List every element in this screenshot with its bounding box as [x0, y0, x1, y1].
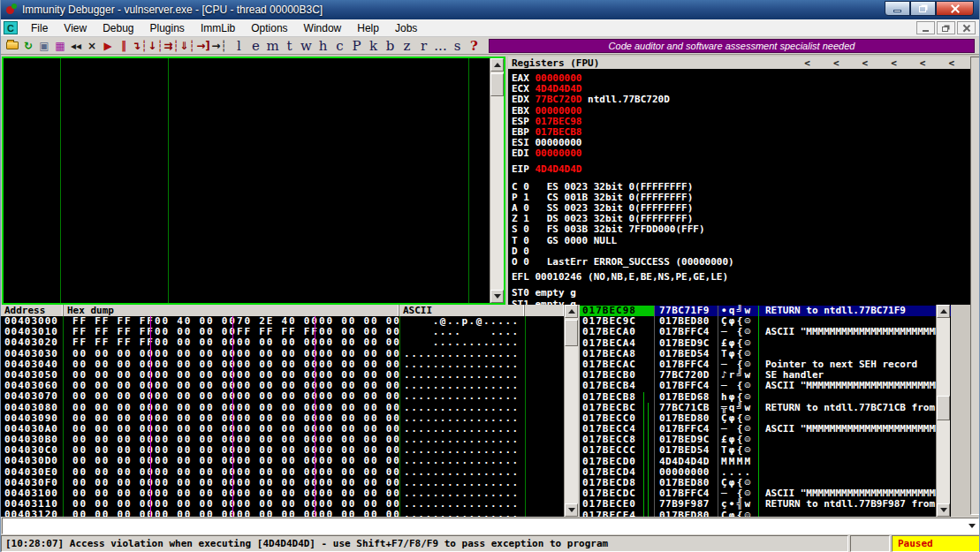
menu-item-view[interactable]: View — [56, 20, 95, 36]
toolbar-button-m[interactable]: m — [264, 38, 281, 53]
step-into-icon[interactable]: ↴┆ — [132, 38, 148, 53]
toolbar-button-s[interactable]: s — [449, 38, 466, 53]
menu-item-help[interactable]: Help — [349, 20, 387, 36]
toolbar-button-dots[interactable]: ... — [432, 38, 449, 53]
menu-item-immlib[interactable]: ImmLib — [193, 20, 243, 36]
trace-over-icon[interactable]: ⇓┆ — [179, 38, 195, 53]
menu-item-plugins[interactable]: Plugins — [142, 20, 193, 36]
stack-row[interactable]: 017BECCC017BED54Tφ{☺ — [580, 445, 951, 456]
minimize-button[interactable] — [885, 1, 910, 16]
toolbar-button-e[interactable]: e — [247, 38, 264, 53]
title-bar[interactable]: Immunity Debugger - vulnserver.exe - [CP… — [1, 0, 979, 19]
scroll-down-icon[interactable] — [937, 503, 950, 517]
stack-rows[interactable]: 017BEC9877BC71F9∙q╝wRETURN to ntdll.77BC… — [580, 305, 951, 517]
column-collapse-icon[interactable]: < — [948, 57, 954, 69]
menu-item-file[interactable]: File — [23, 20, 56, 36]
hexdump-row[interactable]: 0040308000 00 00 0000 00 00 0000 00 00 0… — [1, 403, 578, 413]
menu-item-options[interactable]: Options — [243, 20, 295, 36]
mdi-right-scrollbar[interactable] — [970, 57, 980, 515]
scroll-thumb[interactable] — [565, 320, 578, 346]
stack-row[interactable]: 017BECB4017BFFC4─ {☺ASCII "MMMMMMMMMMMMM… — [580, 381, 951, 391]
hex-bytes-group: 00 00 00 00 — [232, 337, 315, 348]
scroll-thumb[interactable] — [937, 396, 950, 420]
hexdump-row[interactable]: 0040303000 00 00 0000 00 00 0000 00 00 0… — [1, 349, 578, 359]
stack-row[interactable]: 017BECA0017BFFC4─ {☺ASCII "MMMMMMMMMMMMM… — [580, 327, 951, 337]
menu-item-jobs[interactable]: Jobs — [387, 20, 425, 36]
column-separator[interactable] — [168, 58, 169, 303]
open-folder-icon[interactable] — [4, 38, 20, 53]
hexdump-row[interactable]: 0040307000 00 00 0000 00 00 0000 00 00 0… — [1, 391, 578, 402]
rewind-icon[interactable]: ◂◂ — [68, 38, 84, 53]
registers-list[interactable]: EAX 00000000ECX 4D4D4D4DEDX 77BC720D ntd… — [508, 69, 970, 305]
toolbar-button-l[interactable]: l — [231, 38, 247, 53]
toolbar-letter-buttons: lemtwhcPkbzr...s — [231, 38, 466, 53]
toolbar-button-r[interactable]: r — [415, 38, 432, 53]
hexdump-row[interactable]: 0040312000 00 00 0000 00 00 0000 00 00 0… — [1, 510, 578, 517]
register-flag-line[interactable]: ST0 empty g — [512, 288, 970, 299]
stack-row[interactable]: 017BECA4017BED9C£φ{☺ — [580, 338, 951, 349]
trace-into-icon[interactable]: ⇉┆ — [163, 38, 179, 53]
menu-item-window[interactable]: Window — [296, 20, 350, 36]
goto-icon[interactable]: →┆ — [211, 38, 227, 53]
windows-list-icon[interactable]: ▣ — [36, 38, 52, 53]
stack-row[interactable]: 017BECE4017BED80Çφ{☺ — [580, 510, 951, 517]
menu-item-debug[interactable]: Debug — [95, 20, 141, 36]
toolbar-button-P[interactable]: P — [348, 38, 365, 53]
disassembly-pane[interactable] — [2, 57, 505, 305]
register-flag-line[interactable]: O 0 LastErr ERROR_SUCCESS (00000000) — [512, 257, 970, 268]
plugins-icon[interactable]: ▦ — [52, 38, 68, 53]
register-flag-line[interactable]: EFL 00010246 (NO,NB,E,BE,NS,PE,GE,LE) — [512, 272, 970, 283]
hexdump-row[interactable]: 00403020FF FF FF FF00 00 00 0000 00 00 0… — [1, 337, 578, 348]
close-program-icon[interactable]: × — [84, 38, 100, 53]
execute-till-return-icon[interactable]: →] — [195, 38, 211, 53]
hex-address: 004030D0 — [1, 456, 68, 466]
register-edi[interactable]: EDI 00000000 — [512, 148, 970, 159]
hexdump-row[interactable]: 004030E000 00 00 0000 00 00 0000 00 00 0… — [1, 467, 578, 478]
pause-icon[interactable]: ‖ — [116, 38, 132, 53]
column-separator[interactable] — [60, 58, 61, 303]
column-collapse-icon[interactable]: < — [891, 57, 897, 69]
register-eip[interactable]: EIP 4D4D4D4D — [512, 164, 970, 175]
stack-scrollbar[interactable] — [936, 305, 950, 517]
close-button[interactable] — [936, 1, 974, 16]
scroll-down-icon[interactable] — [490, 290, 504, 303]
registers-header[interactable]: Registers (FPU) <<<<<< — [508, 57, 970, 69]
hexdump-row[interactable]: 004030D000 00 00 0000 00 00 0000 00 00 0… — [1, 456, 578, 466]
step-over-icon[interactable]: ↓┆ — [148, 38, 163, 53]
command-dropdown-button[interactable] — [966, 518, 978, 533]
scroll-down-icon[interactable] — [565, 503, 578, 517]
register-flag-line[interactable]: S 0 FS 003B 32bit 7FFDD000(FFF) — [512, 224, 970, 235]
hexdump-scrollbar[interactable] — [564, 305, 578, 517]
stack-row[interactable]: 017BECE077B9F987ç∙╣wRETURN to ntdll.77B9… — [580, 499, 951, 510]
restart-icon[interactable]: ↻ — [20, 38, 36, 53]
column-collapse-icon[interactable]: < — [920, 57, 926, 69]
scroll-up-icon[interactable] — [937, 305, 950, 318]
toolbar-button-z[interactable]: z — [399, 38, 415, 53]
toolbar-button-k[interactable]: k — [365, 38, 382, 53]
mdi-minimize-button[interactable] — [916, 21, 935, 34]
scroll-thumb[interactable] — [490, 73, 504, 96]
run-icon[interactable]: ▶ — [100, 38, 116, 53]
register-flag-line[interactable]: T 0 GS 0000 NULL — [512, 236, 970, 246]
toolbar-button-c[interactable]: c — [331, 38, 348, 53]
stack-row[interactable]: 017BECB8017BED68hφ{☺ — [580, 392, 951, 403]
toolbar-button-t[interactable]: t — [281, 38, 298, 53]
toolbar-button-b[interactable]: b — [382, 38, 399, 53]
column-separator[interactable] — [468, 58, 469, 303]
restore-button[interactable] — [910, 1, 936, 16]
stack-row[interactable]: 017BECD04D4D4D4DMMMM — [580, 457, 951, 467]
disassembly-scrollbar[interactable] — [490, 58, 504, 303]
toolbar-button-h[interactable]: h — [315, 38, 331, 53]
column-collapse-icon[interactable]: < — [862, 57, 869, 69]
help-button[interactable]: ? — [466, 38, 482, 53]
cpu-window-icon[interactable]: C — [4, 21, 18, 34]
column-collapse-icon[interactable]: < — [804, 57, 810, 69]
scroll-up-icon[interactable] — [565, 305, 578, 318]
column-collapse-icon[interactable]: < — [833, 57, 839, 69]
command-input[interactable] — [3, 519, 966, 533]
scroll-up-icon[interactable] — [490, 58, 504, 72]
mdi-restore-button[interactable] — [937, 21, 955, 34]
mdi-close-button[interactable] — [957, 21, 976, 34]
toolbar-button-w[interactable]: w — [298, 38, 315, 53]
hexdump-rows[interactable]: 00403000FF FF FF FF00 40 00 0070 2E 40 0… — [1, 316, 578, 517]
